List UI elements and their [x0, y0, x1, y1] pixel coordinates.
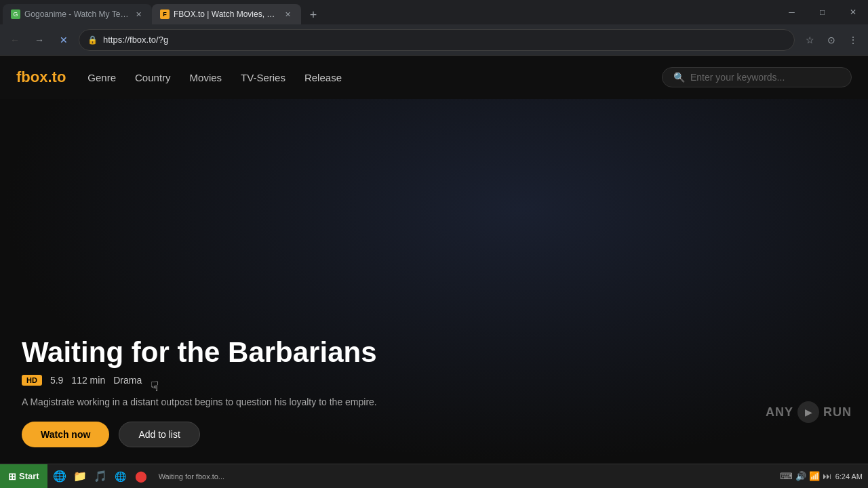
url-text: https://fbox.to/?g — [103, 35, 786, 45]
hero-genre: Drama — [113, 375, 142, 386]
new-tab-button[interactable]: + — [304, 5, 323, 24]
taskbar-app-antivirus[interactable]: ⬤ — [132, 467, 151, 486]
add-to-list-button[interactable]: Add to list — [119, 422, 199, 447]
tab-bar: G Gogoanime - Watch My Teen Roman... ✕ F… — [0, 0, 776, 24]
hd-badge: HD — [22, 375, 42, 386]
taskbar-app-media[interactable]: 🎵 — [91, 467, 110, 486]
tab-1-favicon: G — [11, 9, 20, 19]
system-clock: 6:24 AM — [835, 472, 863, 481]
minimize-button[interactable]: ─ — [776, 0, 807, 24]
start-button[interactable]: ⊞ Start — [0, 464, 47, 488]
hero-buttons: Watch now Add to list — [22, 422, 846, 447]
tab-2[interactable]: F FBOX.to | Watch Movies, TV-Shows... ✕ — [152, 4, 301, 24]
hero-title: Waiting for the Barbarians — [22, 337, 846, 368]
tab-1-close[interactable]: ✕ — [133, 9, 144, 20]
reload-button[interactable]: ✕ — [54, 30, 73, 49]
toolbar-icons: ☆ ⊙ ⋮ — [800, 30, 863, 49]
bookmark-button[interactable]: ☆ — [800, 30, 819, 49]
sys-media-icon: ⏭ — [823, 471, 831, 481]
start-label: Start — [19, 471, 39, 481]
sys-icons: ⌨ 🔊 📶 ⏭ — [780, 471, 831, 481]
taskbar-app-folder[interactable]: 📁 — [71, 467, 90, 486]
tab-2-close[interactable]: ✕ — [282, 9, 293, 20]
nav-country[interactable]: Country — [135, 72, 171, 83]
nav-movies[interactable]: Movies — [190, 72, 222, 83]
taskbar-right: ⌨ 🔊 📶 ⏭ 6:24 AM — [774, 471, 868, 481]
start-icon: ⊞ — [8, 471, 16, 482]
chrome-window: G Gogoanime - Watch My Teen Roman... ✕ F… — [0, 0, 868, 488]
hero-section: ☟ ANY ▶ RUN Waiting for the Barbarians H… — [0, 99, 868, 464]
page-content: fbox.to Genre Country Movies TV-Series R… — [0, 56, 868, 464]
sys-network-icon: 📶 — [809, 471, 820, 481]
menu-button[interactable]: ⋮ — [844, 30, 863, 49]
taskbar-app-ie[interactable]: 🌐 — [50, 467, 69, 486]
site-logo[interactable]: fbox.to — [16, 68, 66, 86]
hero-rating: 5.9 — [50, 375, 63, 386]
forward-button[interactable]: → — [30, 30, 49, 49]
tab-1[interactable]: G Gogoanime - Watch My Teen Roman... ✕ — [3, 4, 152, 24]
tab-2-title: FBOX.to | Watch Movies, TV-Shows... — [174, 9, 278, 19]
watch-now-button[interactable]: Watch now — [22, 422, 109, 447]
nav-links: Genre Country Movies TV-Series Release — [87, 72, 342, 83]
window-controls: ─ □ ✕ — [776, 0, 868, 24]
anyrun-watermark: ANY ▶ RUN — [766, 401, 852, 423]
sys-keyboard-icon: ⌨ — [780, 471, 793, 481]
anyrun-play-icon: ▶ — [797, 401, 819, 423]
hero-description: A Magistrate working in a distant outpos… — [22, 395, 415, 409]
close-button[interactable]: ✕ — [837, 0, 868, 24]
maximize-button[interactable]: □ — [807, 0, 837, 24]
site-nav: fbox.to Genre Country Movies TV-Series R… — [0, 56, 868, 99]
lock-icon: 🔒 — [87, 35, 98, 45]
sys-volume-icon[interactable]: 🔊 — [795, 471, 806, 481]
tab-2-favicon: F — [160, 9, 170, 19]
hero-meta: HD 5.9 112 min Drama — [22, 375, 846, 386]
anyrun-text2: RUN — [823, 405, 852, 420]
profile-button[interactable]: ⊙ — [822, 30, 841, 49]
nav-genre[interactable]: Genre — [87, 72, 116, 83]
taskbar-apps: 🌐 📁 🎵 🌐 ⬤ — [47, 467, 153, 486]
title-bar: G Gogoanime - Watch My Teen Roman... ✕ F… — [0, 0, 868, 24]
address-bar: ← → ✕ 🔒 https://fbox.to/?g ☆ ⊙ ⋮ — [0, 24, 868, 56]
hero-content: Waiting for the Barbarians HD 5.9 112 mi… — [22, 337, 846, 447]
url-bar[interactable]: 🔒 https://fbox.to/?g — [79, 29, 795, 51]
nav-tv-series[interactable]: TV-Series — [241, 72, 285, 83]
search-bar[interactable]: 🔍 — [662, 67, 852, 87]
hero-duration: 112 min — [71, 375, 105, 386]
search-icon: 🔍 — [673, 72, 685, 83]
taskbar-app-chrome[interactable]: 🌐 — [111, 467, 130, 486]
anyrun-text: ANY — [766, 405, 793, 420]
nav-release[interactable]: Release — [304, 72, 342, 83]
status-bar: Waiting for fbox.to... — [153, 472, 774, 481]
tab-1-title: Gogoanime - Watch My Teen Roman... — [24, 9, 129, 19]
status-text: Waiting for fbox.to... — [159, 472, 224, 481]
taskbar: ⊞ Start 🌐 📁 🎵 🌐 ⬤ Waiting for fbox.to...… — [0, 464, 868, 488]
search-input[interactable] — [690, 72, 840, 83]
back-button[interactable]: ← — [5, 30, 24, 49]
